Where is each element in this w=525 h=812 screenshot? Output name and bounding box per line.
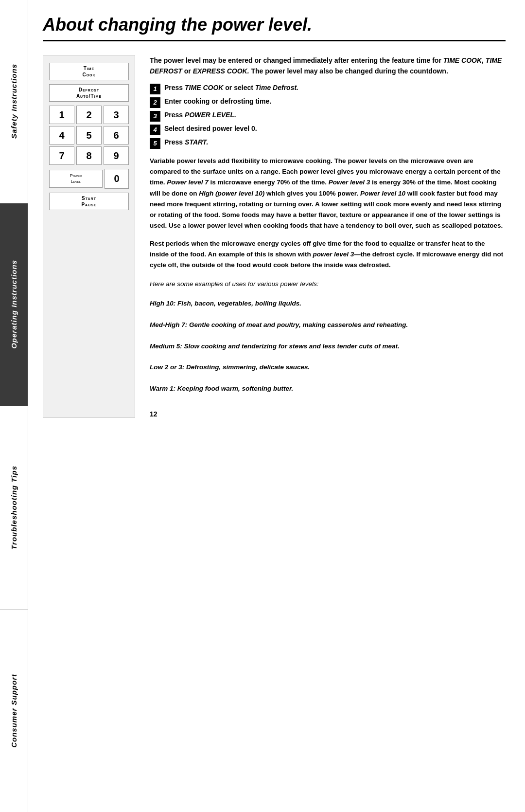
step-2: 2 Enter cooking or defrosting time. xyxy=(150,97,506,108)
step-4: 4 Select desired power level 0. xyxy=(150,125,506,135)
step-text-2: Enter cooking or defrosting time. xyxy=(164,97,271,105)
time-cook-line1: Time xyxy=(84,65,95,72)
example-warm-1: Warm 1: Keeping food warm, softening but… xyxy=(150,383,506,394)
sidebar-label-consumer: Consumer Support xyxy=(10,674,18,748)
sidebar-label-troubleshooting: Troubleshooting Tips xyxy=(10,466,18,550)
example-med-high-7: Med-High 7: Gentle cooking of meat and p… xyxy=(150,320,506,330)
intro-text: The power level may be entered or change… xyxy=(150,55,506,77)
steps-list: 1 Press TIME COOK or select Time Defrost… xyxy=(150,84,506,149)
power-row: Power Level 0 xyxy=(49,169,129,189)
right-content: The power level may be entered or change… xyxy=(150,55,506,418)
step-num-4: 4 xyxy=(150,125,160,135)
body-paragraph-1: Variable power levels add flexibility to… xyxy=(150,156,506,232)
example-warm-1-label: Warm 1: xyxy=(150,385,175,392)
start-pause-button[interactable]: Start Pause xyxy=(49,193,129,210)
sidebar-section-safety: Safety Instructions xyxy=(0,0,28,203)
example-high-10-label: High 10: xyxy=(150,300,175,307)
number-grid: 1 2 3 4 5 6 7 8 9 xyxy=(49,106,129,165)
time-cook-line2: Cook xyxy=(82,72,95,78)
rest-periods-paragraph: Rest periods when the microwave energy c… xyxy=(150,238,506,271)
num-button-5[interactable]: 5 xyxy=(76,126,102,144)
step-1: 1 Press TIME COOK or select Time Defrost… xyxy=(150,84,506,94)
num-button-0[interactable]: 0 xyxy=(105,169,129,189)
defrost-line2: Auto/Time xyxy=(76,93,102,99)
page-title: About changing the power level. xyxy=(43,15,506,41)
step-num-2: 2 xyxy=(150,97,160,108)
step-num-5: 5 xyxy=(150,138,160,149)
num-button-7[interactable]: 7 xyxy=(49,146,74,165)
example-low-2-3-label: Low 2 or 3: xyxy=(150,363,184,371)
sidebar: Safety Instructions Operating Instructio… xyxy=(0,0,28,812)
power-label-line2: Level xyxy=(52,179,100,185)
example-medium-5: Medium 5: Slow cooking and tenderizing f… xyxy=(150,341,506,352)
num-button-9[interactable]: 9 xyxy=(104,146,129,165)
main-content: About changing the power level. Time Coo… xyxy=(28,0,525,812)
num-button-2[interactable]: 2 xyxy=(76,106,102,124)
step-text-1: Press TIME COOK or select Time Defrost. xyxy=(164,84,298,91)
defrost-line1: Defrost xyxy=(79,87,100,93)
example-high-10: High 10: Fish, bacon, vegetables, boilin… xyxy=(150,298,506,309)
step-num-1: 1 xyxy=(150,84,160,94)
num-button-8[interactable]: 8 xyxy=(76,146,102,165)
step-text-3: Press POWER LEVEL. xyxy=(164,111,236,119)
num-button-6[interactable]: 6 xyxy=(104,126,129,144)
num-button-3[interactable]: 3 xyxy=(104,106,129,124)
power-level-button[interactable]: Power Level xyxy=(49,170,103,188)
power-label-line1: Power xyxy=(52,173,100,179)
page-number: 12 xyxy=(150,400,506,418)
example-med-high-7-label: Med-High 7: xyxy=(150,321,187,328)
example-medium-5-label: Medium 5: xyxy=(150,343,182,350)
step-num-3: 3 xyxy=(150,111,160,122)
step-3: 3 Press POWER LEVEL. xyxy=(150,111,506,122)
sidebar-label-safety: Safety Instructions xyxy=(10,64,18,139)
examples-heading: Here are some examples of uses for vario… xyxy=(150,280,506,288)
step-text-5: Press START. xyxy=(164,138,208,146)
content-row: Time Cook Defrost Auto/Time 1 2 3 4 5 6 … xyxy=(43,55,506,418)
start-line1: Start xyxy=(82,195,96,201)
sidebar-section-troubleshooting: Troubleshooting Tips xyxy=(0,406,28,610)
num-button-1[interactable]: 1 xyxy=(49,106,74,124)
example-low-2-3: Low 2 or 3: Defrosting, simmering, delic… xyxy=(150,362,506,373)
step-text-4: Select desired power level 0. xyxy=(164,125,257,132)
keypad-panel: Time Cook Defrost Auto/Time 1 2 3 4 5 6 … xyxy=(43,55,135,418)
sidebar-label-operating: Operating Instructions xyxy=(10,260,18,349)
num-button-4[interactable]: 4 xyxy=(49,126,74,144)
sidebar-section-operating: Operating Instructions xyxy=(0,203,28,407)
sidebar-section-consumer: Consumer Support xyxy=(0,610,28,812)
defrost-button[interactable]: Defrost Auto/Time xyxy=(49,84,129,102)
time-cook-button[interactable]: Time Cook xyxy=(49,63,129,80)
start-line2: Pause xyxy=(81,201,96,208)
step-5: 5 Press START. xyxy=(150,138,506,149)
